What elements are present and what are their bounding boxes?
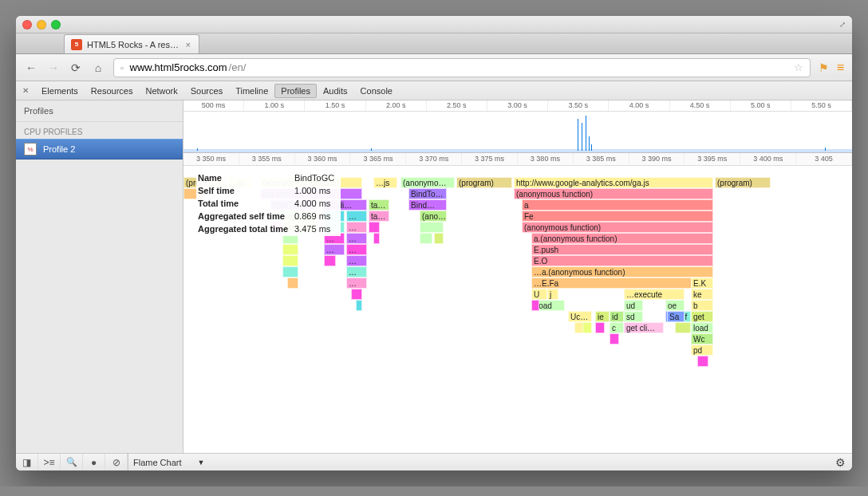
flame-block[interactable]: [595, 322, 605, 333]
dock-icon[interactable]: ◨: [16, 454, 38, 470]
flame-block[interactable]: Bind…: [408, 199, 447, 211]
flame-block[interactable]: j: [547, 289, 558, 300]
flame-block[interactable]: E.push: [531, 244, 713, 255]
flame-block[interactable]: …execute: [624, 289, 685, 300]
flame-block[interactable]: [434, 233, 444, 244]
flame-block[interactable]: [324, 255, 336, 266]
devtools-tab-sources[interactable]: Sources: [184, 84, 229, 98]
close-icon[interactable]: [22, 20, 32, 30]
flame-block[interactable]: ud: [624, 300, 643, 311]
flame-block[interactable]: …: [346, 211, 367, 222]
flame-block[interactable]: [610, 333, 619, 344]
devtools-tab-network[interactable]: Network: [139, 84, 183, 98]
flame-block[interactable]: …: [346, 222, 367, 233]
back-icon[interactable]: ←: [24, 61, 38, 74]
flame-block[interactable]: BindTo…: [408, 188, 447, 199]
flame-block[interactable]: …: [346, 278, 367, 289]
flame-block[interactable]: E.O: [531, 255, 713, 266]
flame-chart[interactable]: NameBindToGCSelf time1.000 msTotal time4…: [183, 166, 852, 453]
devtools-tab-resources[interactable]: Resources: [85, 84, 140, 98]
flame-block[interactable]: [373, 233, 380, 244]
clear-icon[interactable]: ⊘: [105, 454, 128, 470]
flame-block[interactable]: (ano…: [420, 211, 447, 222]
flame-block[interactable]: Wc: [691, 333, 713, 344]
devtools-tab-console[interactable]: Console: [354, 84, 399, 98]
sidebar-item-profile[interactable]: % Profile 2: [16, 139, 183, 159]
close-tab-icon[interactable]: ×: [186, 40, 191, 49]
devtools-tabbar: ✕ ElementsResourcesNetworkSourcesTimelin…: [16, 81, 852, 100]
flame-block[interactable]: [420, 222, 444, 233]
flame-block[interactable]: ie: [595, 311, 610, 322]
flame-block[interactable]: [356, 300, 362, 311]
bookmark-star-icon[interactable]: ☆: [794, 61, 803, 73]
flame-block[interactable]: load: [691, 322, 713, 333]
maximize-icon[interactable]: [51, 20, 61, 30]
flame-block[interactable]: (program): [456, 177, 512, 188]
flame-block[interactable]: …: [346, 255, 367, 266]
flame-block[interactable]: http://www.google-analytics.com/ga.js: [514, 177, 713, 188]
devtools-tab-elements[interactable]: Elements: [35, 84, 85, 98]
hamburger-menu-icon[interactable]: ≡: [837, 61, 844, 75]
flame-block[interactable]: [369, 222, 380, 233]
flame-block[interactable]: oe: [665, 300, 685, 311]
flame-block[interactable]: …E.Fa: [531, 278, 713, 289]
overview-tick: 3.50 s: [548, 100, 609, 111]
flame-block[interactable]: …js: [373, 177, 397, 188]
overview-timeline[interactable]: 500 ms1.00 s1.50 s2.00 s2.50 s3.00 s3.50…: [183, 100, 852, 153]
flame-block[interactable]: ke: [691, 289, 713, 300]
fullscreen-icon[interactable]: ⤢: [839, 20, 846, 29]
flame-block[interactable]: (anonymo…: [400, 177, 455, 188]
record-icon[interactable]: ●: [83, 454, 105, 470]
address-bar[interactable]: ▫ www.html5rocks.com/en/ ☆: [113, 58, 811, 77]
flame-block[interactable]: (anonymous function): [522, 222, 713, 233]
flame-block[interactable]: get cli…: [624, 322, 664, 333]
flame-block[interactable]: …a.(anonymous function): [531, 266, 713, 278]
flame-block[interactable]: [282, 266, 298, 278]
flame-block[interactable]: a: [522, 199, 713, 211]
devtools-tab-profiles[interactable]: Profiles: [274, 84, 317, 98]
flame-block[interactable]: get: [691, 311, 713, 322]
flame-block[interactable]: Sa: [667, 311, 685, 322]
console-icon[interactable]: >≡: [38, 454, 61, 470]
flame-block[interactable]: E.K: [691, 278, 713, 289]
flame-block[interactable]: Fe: [522, 211, 713, 222]
flame-block[interactable]: U: [531, 289, 547, 300]
flame-block[interactable]: [287, 278, 298, 289]
search-icon[interactable]: 🔍: [61, 454, 83, 470]
flame-block[interactable]: ta…: [369, 211, 389, 222]
view-selector[interactable]: Flame Chart ▼: [128, 458, 209, 467]
extension-icon[interactable]: ⚑: [819, 61, 829, 74]
devtools-tab-audits[interactable]: Audits: [317, 84, 354, 98]
flame-block[interactable]: …: [346, 244, 367, 255]
home-icon[interactable]: ⌂: [91, 61, 105, 74]
flame-block[interactable]: sd: [624, 311, 643, 322]
flame-block[interactable]: b: [691, 300, 713, 311]
flame-block[interactable]: id: [610, 311, 624, 322]
flame-block[interactable]: a.(anonymous function): [531, 233, 713, 244]
flame-block[interactable]: [582, 322, 592, 333]
settings-gear-icon[interactable]: ⚙: [835, 456, 846, 469]
flame-block[interactable]: [531, 300, 539, 311]
flame-block[interactable]: (program): [715, 177, 771, 188]
flame-block[interactable]: …: [346, 233, 367, 244]
flame-block[interactable]: pd: [691, 344, 713, 356]
browser-tab[interactable]: 5 HTML5 Rocks - A resource ×: [64, 34, 199, 53]
flame-block[interactable]: [697, 356, 708, 367]
devtools-tab-timeline[interactable]: Timeline: [229, 84, 274, 98]
flame-block[interactable]: [420, 233, 432, 244]
devtools-close-icon[interactable]: ✕: [22, 86, 29, 95]
flame-block[interactable]: [282, 255, 298, 266]
flame-block[interactable]: (anonymous function): [514, 188, 713, 199]
reload-icon[interactable]: ⟳: [69, 61, 83, 74]
flame-block[interactable]: ta…: [369, 199, 389, 211]
minimize-icon[interactable]: [37, 20, 46, 30]
flame-block[interactable]: [351, 289, 362, 300]
tab-strip: 5 HTML5 Rocks - A resource ×: [16, 33, 852, 54]
flame-block[interactable]: [675, 322, 691, 333]
flame-block[interactable]: …: [346, 266, 367, 278]
flame-block[interactable]: [282, 244, 298, 255]
flame-block[interactable]: c: [610, 322, 624, 333]
flame-block[interactable]: …: [324, 244, 345, 255]
detail-tick: 3 405: [796, 153, 852, 165]
flame-block[interactable]: Uc…: [568, 311, 592, 322]
